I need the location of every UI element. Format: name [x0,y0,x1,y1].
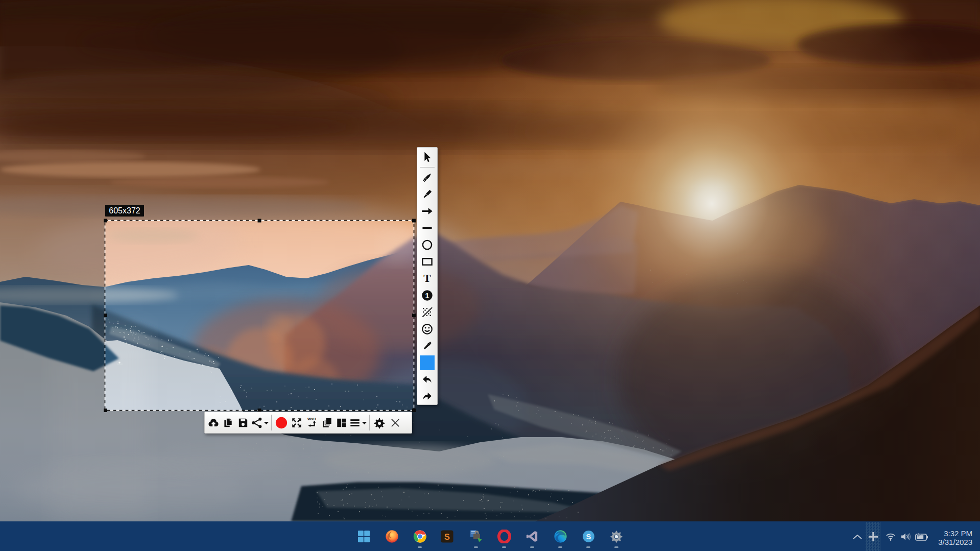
svg-text:S: S [586,532,591,541]
svg-text:S: S [444,532,450,541]
svg-text:1: 1 [425,292,429,300]
svg-text:WxH: WxH [307,417,316,421]
svg-text:T: T [423,272,431,284]
